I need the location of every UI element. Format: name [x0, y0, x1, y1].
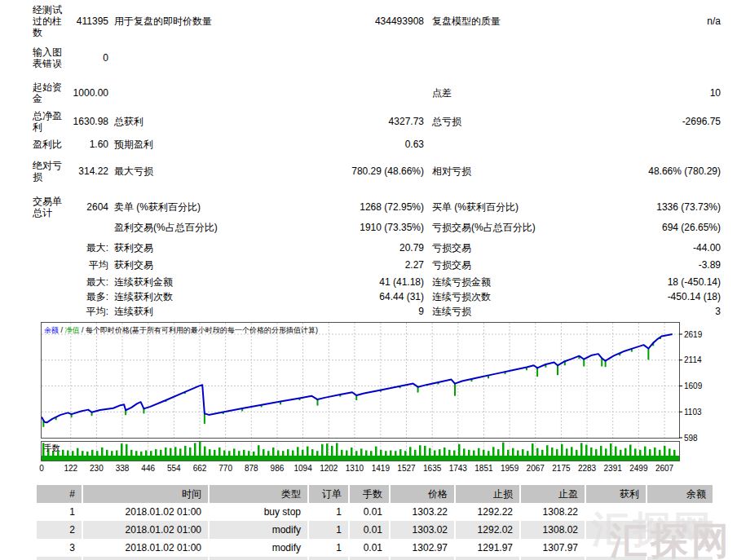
stat-row: 盈利比1.60预期盈利0.63 [0, 139, 737, 150]
stat-value: 4327.73 [333, 116, 424, 127]
stat-value: -3.89 [631, 259, 737, 271]
lots-bar [502, 443, 505, 456]
stat-label: 输入图表错误 [33, 46, 68, 69]
x-tick-label: 2067 [527, 464, 545, 473]
table-cell: 1292.02 [456, 521, 521, 539]
table-cell: 1 [309, 539, 350, 557]
lots-bar [341, 450, 343, 456]
stat-value: 平均: [68, 306, 108, 317]
table-cell: 1291.97 [456, 539, 521, 557]
lots-bar [67, 451, 69, 456]
lots-bar [140, 452, 143, 456]
x-tick-label: 1959 [501, 464, 519, 473]
col-header: 订单 [309, 485, 350, 503]
lots-bar [155, 449, 157, 456]
lots-bar [478, 448, 480, 456]
lots-bar [385, 451, 387, 456]
lots-bar [96, 451, 99, 456]
lots-bar [473, 451, 475, 456]
table-cell: 1 [309, 503, 350, 521]
lots-bar [214, 450, 216, 456]
stat-label: 连续获利次数 [114, 291, 333, 302]
lots-bar [287, 449, 289, 456]
x-tick-label: 1419 [372, 464, 391, 473]
stat-value: 1000.00 [68, 87, 108, 99]
lots-bar [77, 448, 79, 456]
lots-bar [605, 448, 607, 456]
x-tick-label: 2607 [655, 464, 674, 473]
col-header: 时间 [83, 485, 210, 503]
lots-bar [326, 443, 329, 456]
x-tick-label: 0 [39, 464, 44, 473]
stat-value: 694 (26.65%) [631, 222, 737, 233]
x-tick-label: 554 [167, 464, 181, 473]
x-tick-label: 2499 [629, 464, 648, 473]
stat-label: 交易单总计 [33, 196, 68, 218]
lots-bar [620, 450, 622, 456]
lots-bar [160, 450, 162, 456]
stat-label: 起始资金 [33, 82, 68, 104]
stat-row: 最大:获利交易20.79亏损交易-44.00 [0, 242, 737, 254]
lots-bar [532, 443, 534, 456]
lots-bar [458, 444, 461, 456]
table-cell: 2018.01.02 01:00 [83, 503, 210, 521]
lots-bar [669, 448, 671, 456]
lots-bar [649, 449, 651, 456]
stat-label: 获利交易 [114, 259, 333, 271]
stat-label: 连续亏损次数 [432, 291, 631, 302]
lots-bar [610, 443, 612, 456]
table-cell: 1302.97 [391, 557, 456, 560]
y-tick-label: 598 [684, 434, 698, 443]
lots-bar [316, 451, 319, 456]
stat-row: 交易单总计2604卖单 (%获利百分比)1268 (72.95%)买单 (%获利… [0, 196, 737, 218]
lots-bar [346, 451, 348, 456]
stat-label: 总获利 [114, 116, 333, 127]
stat-value: 0 [68, 52, 108, 64]
stat-value: 411395 [68, 15, 108, 27]
table-cell: modify [210, 539, 309, 557]
lots-bar [292, 451, 294, 456]
stat-label: 亏损交易(%占总百分比) [432, 222, 631, 233]
lots-bar [644, 447, 647, 456]
x-tick-label: 1202 [320, 464, 338, 473]
x-tick-label: 338 [116, 464, 130, 473]
stat-row: 最多:连续获利次数64.44 (31)连续亏损次数-450.14 (18) [0, 291, 737, 302]
lots-bar [209, 449, 211, 456]
stat-value: 10 [631, 87, 737, 99]
table-cell: 1302.97 [391, 539, 456, 557]
stat-row: 总净盈利1630.98总获利4327.73总亏损-2696.75 [0, 110, 737, 133]
lots-bar [561, 444, 563, 456]
table-cell: 0.01 [350, 521, 391, 539]
lots-bar [527, 451, 529, 456]
lots-bar [639, 450, 642, 456]
stat-row: 起始资金1000.00点差10 [0, 82, 737, 104]
watermark: 汇探网 [610, 516, 732, 560]
stat-value: 0.63 [333, 139, 424, 150]
lots-bar [360, 448, 363, 456]
stat-label: 连续获利 [114, 306, 333, 317]
stat-value: 1630.98 [68, 116, 108, 127]
lots-bar [395, 451, 397, 456]
table-cell: 1308.02 [521, 521, 586, 539]
stat-value: n/a [631, 15, 737, 27]
stat-value: 1.60 [68, 139, 108, 150]
legend-separator: / [80, 326, 86, 334]
table-cell: 1308.22 [521, 503, 586, 521]
lots-chart-label: 手数 [44, 443, 60, 454]
lots-bar [238, 451, 241, 456]
table-cell: modify [210, 521, 309, 539]
stat-label: 连续亏损金额 [432, 276, 631, 288]
col-header: # [37, 485, 83, 503]
lots-bar [629, 445, 632, 456]
lots-bar [551, 448, 554, 456]
stat-value: 64.44 (31) [333, 291, 424, 302]
stat-label: 最大亏损 [114, 165, 333, 177]
lots-bar [258, 445, 260, 456]
stat-label: 买单 (%获利百分比) [432, 201, 631, 213]
table-cell: 0.01 [350, 539, 391, 557]
lots-bar [253, 452, 255, 456]
lots-bar [321, 444, 324, 456]
table-cell: 1307.97 [521, 539, 586, 557]
lots-bar [263, 449, 265, 456]
lots-bar [409, 447, 412, 456]
